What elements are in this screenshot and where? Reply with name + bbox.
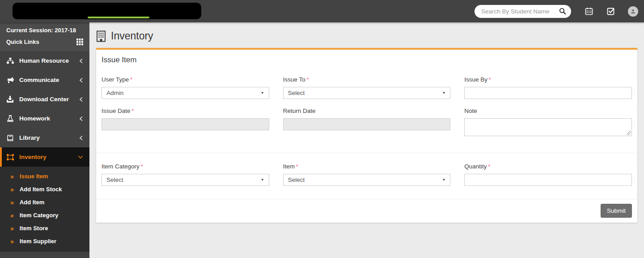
select-caret-icon <box>261 178 264 182</box>
chevron-left-icon <box>79 135 83 141</box>
page-title: Inventory <box>111 30 153 42</box>
field-item: Item* Select <box>283 163 451 186</box>
book-icon <box>6 135 14 141</box>
student-search-box[interactable] <box>475 5 571 18</box>
inventory-submenu: Issue Item Add Item Stock Add Item Item … <box>0 167 89 252</box>
sidebar-item-library[interactable]: Library <box>0 128 89 147</box>
field-label: Issue Date* <box>102 108 269 114</box>
submenu-item-label: Item Category <box>20 212 59 219</box>
double-angle-icon <box>10 212 14 219</box>
field-label: Item Category* <box>102 163 269 170</box>
field-label: Item* <box>283 163 451 170</box>
sidebar: Current Session: 2017-18 Quick Links Hum… <box>0 22 89 258</box>
search-input[interactable] <box>481 8 559 15</box>
download-icon <box>6 96 14 103</box>
sidebar-item-communicate[interactable]: Communicate <box>0 70 89 90</box>
page-header: Inventory <box>96 30 637 42</box>
sidebar-item-download-center[interactable]: Download Center <box>0 90 89 109</box>
selected-value: Select <box>106 176 123 183</box>
field-label: Note <box>464 108 632 114</box>
note-textarea[interactable] <box>464 118 632 136</box>
grid-icon[interactable] <box>76 39 83 45</box>
submenu-item-label: Issue Item <box>20 173 48 180</box>
sidebar-item-label: Human Resource <box>19 57 79 64</box>
field-item-category: Item Category* Select <box>102 163 269 186</box>
logo-green-underline <box>88 17 149 18</box>
submenu-item-label: Item Supplier <box>20 238 56 245</box>
issue-item-card: Issue Item User Type* Admin Issue To* Se… <box>96 48 637 223</box>
session-block: Current Session: 2017-18 Quick Links <box>0 22 89 51</box>
sidebar-item-label: Communicate <box>19 77 79 83</box>
current-session-label: Current Session: 2017-18 <box>6 27 83 34</box>
sidebar-item-human-resource[interactable]: Human Resource <box>0 51 89 70</box>
user-avatar[interactable] <box>628 6 638 17</box>
field-issue-by: Issue By* <box>464 76 632 99</box>
item-select[interactable]: Select <box>283 174 451 186</box>
form-section-issue: User Type* Admin Issue To* Select Issue … <box>96 70 637 136</box>
sidebar-item-label: Download Center <box>19 96 79 103</box>
chevron-left-icon <box>79 97 83 102</box>
submenu-item-label: Add Item Stock <box>20 186 62 193</box>
double-angle-icon <box>10 186 14 193</box>
required-marker: * <box>296 163 298 170</box>
quick-links[interactable]: Quick Links <box>6 39 83 46</box>
submit-button[interactable]: Submit <box>601 204 632 218</box>
submenu-item-item-supplier[interactable]: Item Supplier <box>0 235 89 248</box>
sidebar-item-inventory[interactable]: Inventory <box>0 147 89 167</box>
field-label: Issue To* <box>283 76 451 83</box>
main-content: Inventory Issue Item User Type* Admin Is… <box>89 22 644 258</box>
required-marker: * <box>488 163 491 170</box>
field-issue-date: Issue Date* <box>102 108 269 136</box>
issue-date-input[interactable] <box>102 118 269 130</box>
selected-value: Admin <box>106 90 123 96</box>
sidebar-item-homework[interactable]: Homework <box>0 109 89 128</box>
field-label: Quantity* <box>464 163 632 170</box>
submenu-item-add-item[interactable]: Add Item <box>0 196 89 209</box>
issue-by-input[interactable] <box>464 87 632 99</box>
field-return-date: Return Date <box>283 108 451 136</box>
field-issue-to: Issue To* Select <box>283 76 451 99</box>
select-caret-icon <box>442 91 445 95</box>
required-marker: * <box>307 77 309 83</box>
quantity-input[interactable] <box>464 174 632 186</box>
selected-value: Select <box>288 176 305 183</box>
topbar-actions <box>475 5 644 18</box>
quick-links-label: Quick Links <box>6 39 39 46</box>
sidebar-item-label: Inventory <box>19 154 78 160</box>
submenu-item-add-item-stock[interactable]: Add Item Stock <box>0 183 89 196</box>
tasks-check-icon[interactable] <box>607 7 615 15</box>
selected-value: Select <box>288 90 305 96</box>
submenu-item-item-store[interactable]: Item Store <box>0 222 89 235</box>
double-angle-icon <box>10 173 14 180</box>
chevron-left-icon <box>79 116 83 121</box>
user-type-select[interactable]: Admin <box>102 87 269 99</box>
sidebar-item-transport[interactable]: Transport <box>0 252 89 258</box>
double-angle-icon <box>10 225 14 232</box>
select-caret-icon <box>261 91 264 95</box>
card-footer: Submit <box>96 199 637 223</box>
calendar-icon[interactable] <box>585 7 593 15</box>
required-marker: * <box>489 77 491 83</box>
item-category-select[interactable]: Select <box>102 174 269 186</box>
field-user-type: User Type* Admin <box>102 76 269 99</box>
field-label: Return Date <box>283 108 451 114</box>
search-icon[interactable] <box>559 8 566 15</box>
chevron-down-icon <box>78 155 83 159</box>
flask-icon <box>6 115 14 122</box>
field-note: Note <box>464 108 632 136</box>
sitemap-icon <box>6 58 14 64</box>
megaphone-icon <box>6 77 14 83</box>
building-icon <box>96 30 106 42</box>
chevron-left-icon <box>79 58 83 64</box>
submenu-item-issue-item[interactable]: Issue Item <box>0 170 89 183</box>
submenu-item-item-category[interactable]: Item Category <box>0 209 89 222</box>
issue-to-select[interactable]: Select <box>283 87 451 99</box>
submenu-item-label: Add Item <box>20 199 45 206</box>
return-date-input[interactable] <box>283 118 451 130</box>
select-caret-icon <box>442 178 445 182</box>
required-marker: * <box>141 163 143 170</box>
submenu-item-label: Item Store <box>20 225 48 232</box>
field-label: User Type* <box>102 76 269 83</box>
form-section-item: Item Category* Select Item* Select Quant… <box>96 153 637 186</box>
double-angle-icon <box>10 238 14 245</box>
